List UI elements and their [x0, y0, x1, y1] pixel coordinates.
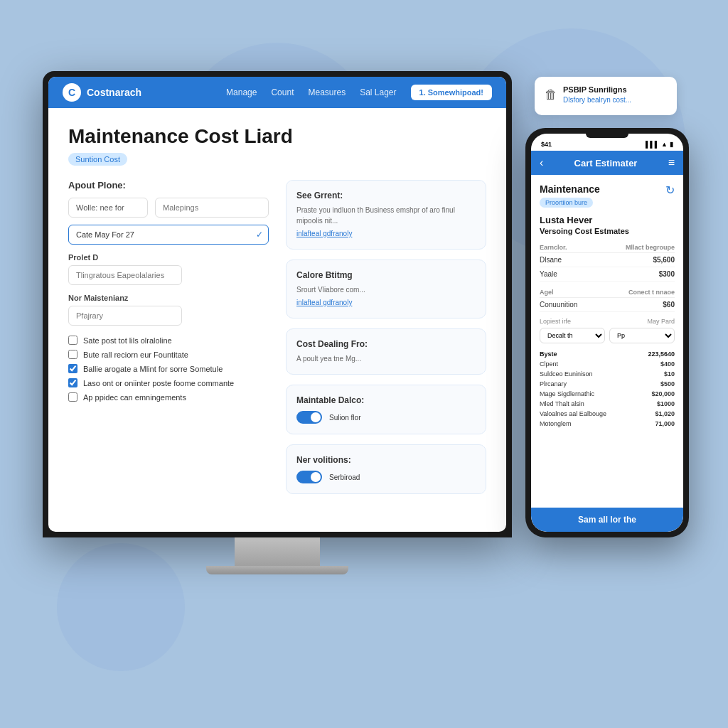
total-row-2: Suldceo Euninison $10: [540, 369, 675, 379]
see-current-link[interactable]: inlafteal gdfranoly: [296, 230, 352, 237]
cost-row-1-name: Dlsane: [540, 253, 588, 267]
phone-dropdown-row: Decalt th Pp: [540, 328, 675, 343]
date-input[interactable]: [68, 225, 269, 245]
maintenance-input[interactable]: [68, 306, 182, 326]
agent-col2-header: Conect t nnaoe: [601, 287, 675, 298]
nav-link-measures[interactable]: Measures: [308, 87, 346, 97]
new-visitors-title: Ner volitions:: [296, 455, 476, 465]
desktop-navbar: C Costnarach Manage Count Measures Sal L…: [48, 77, 506, 108]
notif-text: Dlsfory bealryn cost...: [563, 96, 631, 104]
checkbox-item-3: Ballie arogate a Mlint for sorre Sometul…: [68, 364, 269, 373]
phone-agent-table: Agel Conect t nnaoe Conuunition $60: [540, 287, 675, 312]
form-text-field[interactable]: [155, 198, 269, 218]
phone-shell: $41 ▌▌▌ ▲ ▮ ‹ Cart Estimater ≡ Maintenan…: [525, 128, 689, 537]
total-5-label: Mled Thalt alsin: [540, 399, 636, 409]
monitor-display: C Costnarach Manage Count Measures Sal L…: [48, 77, 506, 532]
toggle-2-label: Serbiroad: [329, 473, 360, 481]
battery-icon: ▮: [670, 141, 673, 148]
total-row-4: Mage Sigdlernathic $20,000: [540, 389, 675, 399]
refresh-icon[interactable]: ↻: [665, 183, 675, 197]
phone-notch: [586, 134, 628, 138]
form-select-dropdown[interactable]: Wolle: nee for: [68, 198, 148, 218]
calore-link[interactable]: inlafteal gdfranoly: [296, 299, 352, 306]
lopiest-label-row: Lopiest irfe May Pard: [540, 318, 675, 325]
lopiest-dropdown-2[interactable]: Pp: [609, 328, 675, 343]
total-6-value: $1,020: [636, 409, 675, 419]
total-4-label: Mage Sigdlernathic: [540, 389, 636, 399]
checkbox-list: Sate post tot lils olraloline Bute rall …: [68, 336, 269, 402]
toggle-1-label: Sulion flor: [329, 414, 360, 422]
monitor: C Costnarach Manage Count Measures Sal L…: [43, 71, 512, 574]
phone-content: Maintenance Proortiion bure ↻ Lusta Heve…: [531, 175, 683, 519]
phone-cost-table: Earnclor. Mllact begroupe Dlsane $5,600 …: [540, 242, 675, 282]
cost-dealing-text: A poult yea tne Mg...: [296, 353, 476, 364]
phone-back-button[interactable]: ‹: [540, 156, 543, 169]
notif-icon: 🗑: [545, 87, 557, 102]
checkbox-item-1: Sate post tot lils olraloline: [68, 336, 269, 345]
right-panel: See Grrent: Praste you indluon th Busine…: [286, 180, 486, 504]
toggle-1[interactable]: [296, 411, 322, 424]
total-row-1: Clpent $400: [540, 359, 675, 369]
total-2-label: Suldceo Euninison: [540, 369, 636, 379]
phone-cta-button[interactable]: Sam all lor the: [531, 508, 683, 519]
nav-link-sal-lager[interactable]: Sal Lager: [360, 87, 396, 97]
checkbox-label-5: Ap ppidec can emningements: [83, 393, 186, 402]
nav-link-manage[interactable]: Manage: [226, 87, 257, 97]
cost-dealing-title: Cost Dealing Fro:: [296, 339, 476, 349]
desktop-logo: C Costnarach: [63, 83, 141, 102]
agent-row-1: Conuunition $60: [540, 298, 675, 312]
toggle-2[interactable]: [296, 471, 322, 483]
desktop-grid: Apout Plone: Wolle: nee for ✓: [68, 180, 486, 504]
checkbox-5[interactable]: [68, 392, 77, 402]
phone-section-title: Maintenance: [540, 183, 600, 195]
new-visitors-card: Ner volitions: Serbiroad: [286, 444, 486, 494]
checkbox-2[interactable]: [68, 350, 77, 359]
total-3-value: $500: [636, 379, 675, 389]
checkbox-label-1: Sate post tot lils olraloline: [83, 336, 172, 345]
phone-menu-button[interactable]: ≡: [668, 156, 675, 169]
total-7-value: 71,000: [636, 419, 675, 429]
total-3-label: Plrcanary: [540, 379, 636, 389]
checkbox-3[interactable]: [68, 364, 77, 373]
maintenance-label: Nor Maistenianz: [68, 294, 269, 302]
cost-dealing-card: Cost Dealing Fro: A poult yea tne Mg...: [286, 328, 486, 375]
total-row-0: Byste 223,5640: [540, 349, 675, 359]
total-row-7: Motonglem 71,000: [540, 419, 675, 429]
project-id-field: Prolet D: [68, 253, 269, 285]
calore-card: Calore Btitmg Srourt Vliabore com... inl…: [286, 259, 486, 318]
phone-screen: $41 ▌▌▌ ▲ ▮ ‹ Cart Estimater ≡ Maintenan…: [531, 134, 683, 532]
cost-col2-header: Mllact begroupe: [588, 242, 675, 253]
signal-icon: ▌▌▌: [646, 141, 659, 148]
desktop-main-content: Maintenance Cost Liard Suntion Cost Apou…: [48, 108, 506, 532]
calendar-icon: ✓: [256, 230, 263, 240]
toggle-row-1: Sulion flor: [296, 411, 476, 424]
checkbox-4[interactable]: [68, 378, 77, 387]
desktop-cta-button[interactable]: 1. Somewhipoad!: [411, 85, 492, 100]
lopiest-label1: May Pard: [647, 318, 675, 325]
total-2-value: $10: [636, 369, 675, 379]
form-section-title: Apout Plone:: [68, 180, 269, 191]
lopiest-dropdown-1[interactable]: Decalt th: [540, 328, 605, 343]
total-4-value: $20,000: [636, 389, 675, 399]
phone-totals-table: Byste 223,5640 Clpent $400 Suldceo Eunin…: [540, 349, 675, 429]
total-0-label: Byste: [540, 349, 636, 359]
date-input-container: ✓: [68, 225, 269, 245]
cost-row-2-value: $300: [588, 267, 675, 282]
nav-link-count[interactable]: Count: [271, 87, 294, 97]
phone-time: $41: [541, 141, 552, 148]
brand-name: Costnarach: [87, 87, 141, 98]
phone-card-subtitle: Versoing Cost Estmates: [540, 227, 675, 235]
total-row-3: Plrcanary $500: [540, 379, 675, 389]
project-id-label: Prolet D: [68, 253, 269, 262]
date-field-wrapper: ✓: [68, 225, 269, 245]
cost-row-1-value: $5,600: [588, 253, 675, 267]
total-5-value: $1000: [636, 399, 675, 409]
cost-row-1: Dlsane $5,600: [540, 253, 675, 267]
see-current-card: See Grrent: Praste you indluon th Busine…: [286, 180, 486, 250]
total-1-label: Clpent: [540, 359, 636, 369]
monitor-stand: [235, 537, 320, 566]
checkbox-1[interactable]: [68, 336, 77, 345]
phone-card-title: Lusta Hever: [540, 215, 675, 225]
checkbox-label-3: Ballie arogate a Mlint for sorre Sometul…: [83, 365, 223, 373]
project-id-input[interactable]: [68, 265, 182, 285]
